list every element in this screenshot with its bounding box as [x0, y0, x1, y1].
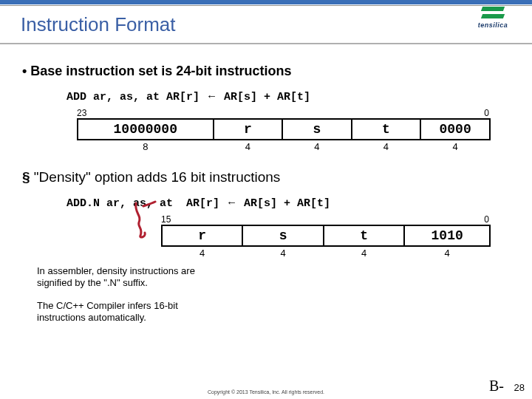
width-r: 4 [214, 140, 283, 153]
encoding-table-24: 10000000 r s t 0000 8 4 4 4 4 [77, 118, 491, 153]
bit-hi: 23 [77, 108, 86, 118]
note-suffix: In assembler, density instructions are s… [37, 265, 229, 290]
table-row: r s t 1010 [162, 225, 490, 246]
code-rhs1: AR[r] [186, 197, 226, 210]
field-opcode: 10000000 [78, 119, 214, 140]
table-row: 8 4 4 4 4 [78, 140, 490, 153]
field-r: r [162, 225, 242, 246]
field-r: r [214, 119, 283, 140]
bit-lo: 0 [484, 108, 489, 118]
code-lhs: ADD.N ar, as, at [66, 197, 173, 210]
code-sep [160, 91, 166, 103]
left-arrow-icon: ← [226, 196, 237, 208]
slide: Instruction Format tensilica Base instru… [0, 0, 532, 399]
encoding-table-16: r s t 1010 4 4 4 4 [161, 225, 491, 259]
table-row: 10000000 r s t 0000 [78, 119, 490, 140]
field-t: t [352, 119, 421, 140]
code-addn: ADD.N ar, as, at AR[r] ← AR[s] + AR[t] [66, 196, 510, 210]
page-number: 28 [514, 382, 525, 393]
width-last: 4 [420, 140, 490, 153]
logo-name: tensilica [478, 21, 508, 29]
bit-hi: 15 [161, 214, 171, 225]
field-s: s [282, 119, 352, 140]
width-t: 4 [324, 246, 404, 259]
bit-lo: 0 [484, 214, 489, 225]
width-s: 4 [282, 140, 352, 153]
footer-copyright: Copyright © 2013 Tensilica, Inc. All rig… [0, 389, 532, 395]
width-r: 4 [162, 246, 242, 259]
header-topbar [0, 0, 532, 4]
code-rhs2: AR[s] + AR[t] [237, 197, 330, 210]
code-lhs: ADD ar, as, at [66, 91, 160, 103]
bit-range-24: 23 0 [77, 108, 489, 118]
logo-mark-icon [482, 7, 504, 20]
code-rhs1: AR[r] [166, 91, 206, 103]
width-opcode: 8 [78, 140, 214, 153]
header: Instruction Format tensilica [0, 0, 532, 44]
bullet-24bit: Base instruction set is 24-bit instructi… [22, 64, 510, 79]
left-arrow-icon: ← [206, 89, 217, 102]
content: Base instruction set is 24-bit instructi… [0, 44, 532, 324]
field-s: s [242, 225, 323, 246]
width-last: 4 [404, 246, 490, 259]
field-last: 1010 [404, 225, 490, 246]
field-last: 0000 [420, 119, 490, 140]
page-section-tag: B- [489, 378, 504, 395]
code-add: ADD ar, as, at AR[r] ← AR[s] + AR[t] [66, 89, 510, 103]
header-rule [0, 5, 532, 6]
width-s: 4 [242, 246, 323, 259]
bit-range-16: 15 0 [161, 214, 489, 225]
page-title: Instruction Format [21, 13, 176, 36]
table-row: 4 4 4 4 [162, 246, 490, 259]
note-compiler: The C/C++ Compiler infers 16-bit instruc… [37, 300, 229, 324]
tensilica-logo: tensilica [461, 4, 525, 31]
bullet-16bit: "Density" option adds 16 bit instruction… [22, 169, 510, 185]
width-t: 4 [352, 140, 421, 153]
field-t: t [324, 225, 404, 246]
code-rhs2: AR[s] + AR[t] [217, 91, 310, 103]
